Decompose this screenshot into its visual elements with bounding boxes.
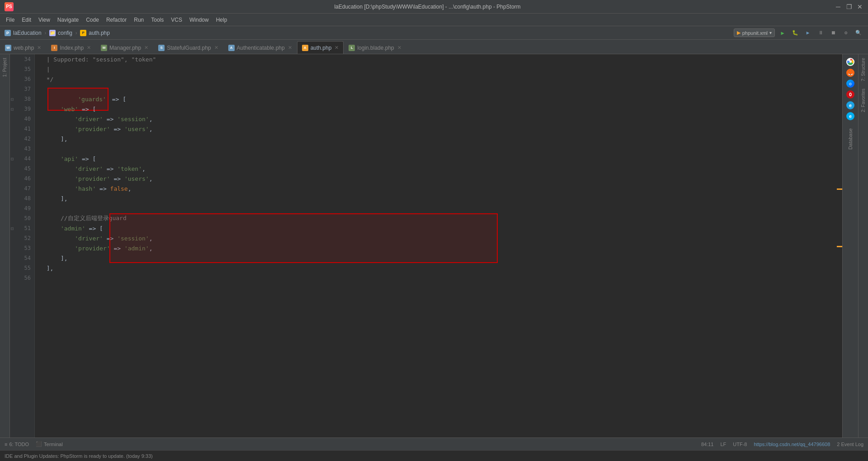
line-number-38: 38 — [24, 96, 31, 102]
line-number-54: 54 — [24, 255, 31, 261]
code-line-43 — [39, 144, 837, 154]
scroll-indicators — [837, 54, 842, 437]
code-line-55: ], — [39, 263, 837, 273]
tab-manager[interactable]: M Manager.php ✕ — [96, 41, 153, 54]
favorites-panel-tab[interactable]: 2: Favorites — [859, 85, 867, 116]
code-line-51: 'admin' => [ — [39, 223, 837, 233]
debug-button[interactable]: 🐛 — [790, 28, 800, 38]
opera-icon[interactable]: O — [846, 90, 854, 99]
code-line-49 — [39, 203, 837, 213]
close-button[interactable]: ✕ — [856, 3, 863, 10]
search-everywhere-button[interactable]: 🔍 — [854, 28, 863, 38]
chrome-icon[interactable] — [846, 58, 854, 66]
run-with-coverage[interactable]: ▶ — [803, 28, 813, 38]
tab-authenticatable[interactable]: A Authenticatable.php ✕ — [223, 41, 297, 54]
line-number-53: 53 — [24, 245, 31, 251]
menu-file[interactable]: File — [2, 15, 18, 25]
breadcrumb-icon-folder: 📁 — [49, 30, 56, 36]
line-number-50: 50 — [24, 215, 31, 221]
menu-run[interactable]: Run — [130, 15, 147, 25]
maximize-button[interactable]: ❐ — [845, 3, 853, 10]
safari-icon[interactable]: ⊙ — [846, 80, 854, 88]
menu-refactor[interactable]: Refactor — [103, 15, 130, 25]
line-number-37: 37 — [24, 86, 31, 92]
menu-view[interactable]: View — [35, 15, 54, 25]
tab-index[interactable]: I Index.php ✕ — [46, 41, 96, 54]
menu-window[interactable]: Window — [186, 15, 212, 25]
code-line-41: 'provider' => 'users' , — [39, 124, 837, 134]
structure-panel-tab[interactable]: 7: Structure — [859, 54, 867, 85]
terminal-icon: ⬛ — [36, 441, 42, 447]
breadcrumb-file[interactable]: auth.php — [89, 30, 110, 36]
menu-navigate[interactable]: Navigate — [54, 15, 82, 25]
notification-text: IDE and Plugin Updates: PhpStorm is read… — [5, 453, 153, 459]
fold-icon-44[interactable]: ⊡ — [11, 156, 14, 161]
ie-icon[interactable]: e — [846, 101, 854, 109]
breadcrumb-project[interactable]: laEducation — [13, 30, 42, 36]
code-line-54: ], — [39, 253, 837, 263]
code-line-37 — [39, 84, 837, 94]
tab-web[interactable]: W web.php ✕ — [0, 41, 46, 54]
firefox-icon[interactable]: 🦊 — [846, 69, 854, 77]
menu-bar: File Edit View Navigate Code Refactor Ru… — [0, 14, 868, 26]
stop-button[interactable]: ⏹ — [828, 28, 838, 38]
code-line-46: 'provider' => 'users' , — [39, 174, 837, 183]
run-button[interactable]: ▶ — [778, 28, 788, 38]
menu-help[interactable]: Help — [212, 15, 231, 25]
project-panel-tab[interactable]: 1: Project — [1, 54, 9, 80]
left-panel-sidebar: 1: Project — [0, 54, 10, 437]
menu-vcs[interactable]: VCS — [167, 15, 186, 25]
line-number-47: 47 — [24, 185, 31, 192]
line-number-56: 56 — [24, 275, 31, 281]
fold-icon-39[interactable]: ⊡ — [11, 107, 14, 112]
menu-edit[interactable]: Edit — [18, 15, 35, 25]
line-number-39: 39 — [24, 106, 31, 112]
code-line-35: | — [39, 64, 837, 74]
terminal-label: Terminal — [44, 442, 63, 447]
todo-button[interactable]: ≡ 6: TODO — [5, 442, 29, 447]
profile-button[interactable]: ⏸ — [816, 28, 826, 38]
line-number-51: 51 — [24, 225, 31, 231]
todo-label: 6: TODO — [9, 442, 29, 447]
code-editor[interactable]: | Supported: "session", "token" | */ 'gu… — [35, 54, 837, 437]
terminal-button[interactable]: ⬛ Terminal — [36, 441, 63, 447]
code-line-56 — [39, 273, 837, 283]
line-number-52: 52 — [24, 235, 31, 241]
minimize-button[interactable]: ─ — [835, 3, 842, 10]
breadcrumb-folder[interactable]: config — [58, 30, 72, 36]
line-number-42: 42 — [24, 136, 31, 142]
line-number-34: 34 — [24, 56, 31, 62]
fold-icon-51[interactable]: ⊡ — [11, 226, 14, 231]
event-log-button[interactable]: 2 Event Log — [837, 442, 863, 447]
line-number-36: 36 — [24, 76, 31, 82]
cursor-position: 84:11 — [701, 442, 714, 447]
menu-code[interactable]: Code — [82, 15, 103, 25]
settings-button[interactable]: ⚙ — [841, 28, 851, 38]
tab-stateful[interactable]: S StatefulGuard.php ✕ — [153, 41, 223, 54]
edge-icon[interactable]: e — [846, 112, 854, 120]
fold-icon-38[interactable]: ⊡ — [11, 97, 14, 102]
bottom-bar: ≡ 6: TODO ⬛ Terminal 84:11 LF UTF-8 http… — [0, 437, 868, 450]
line-number-49: 49 — [24, 205, 31, 212]
app-icon: PS — [5, 2, 14, 11]
tab-auth[interactable]: A auth.php ✕ — [297, 41, 344, 54]
database-label[interactable]: Database — [845, 124, 855, 154]
tab-login[interactable]: L login.blade.php ✕ — [344, 41, 406, 54]
breadcrumb-sep2: › — [75, 30, 78, 36]
tabs-bar: W web.php ✕ I Index.php ✕ M Manager.php … — [0, 40, 868, 54]
line-number-45: 45 — [24, 165, 31, 172]
code-line-47: 'hash' => false , — [39, 183, 837, 193]
line-ending: LF — [720, 442, 726, 447]
breadcrumb-icon-file: P — [80, 30, 86, 36]
phpunit-selector[interactable]: ▶ phpunit.xml ▾ — [734, 28, 775, 37]
menu-tools[interactable]: Tools — [147, 15, 167, 25]
line-number-55: 55 — [24, 265, 31, 271]
code-line-53: 'provider' => 'admin' , — [39, 243, 837, 253]
right-sidebar-panels: 7: Structure 2: Favorites — [858, 54, 868, 437]
title-bar: PS laEducation [D:\phpStudy\WWW\laEducat… — [0, 0, 868, 14]
breadcrumb-bar: P laEducation › 📁 config › P auth.php ▶ … — [0, 26, 868, 40]
charset-status: UTF-8 — [733, 442, 747, 447]
code-line-48: ], — [39, 193, 837, 203]
code-line-38: 'guards' => [ — [39, 94, 837, 104]
line-number-35: 35 — [24, 66, 31, 72]
